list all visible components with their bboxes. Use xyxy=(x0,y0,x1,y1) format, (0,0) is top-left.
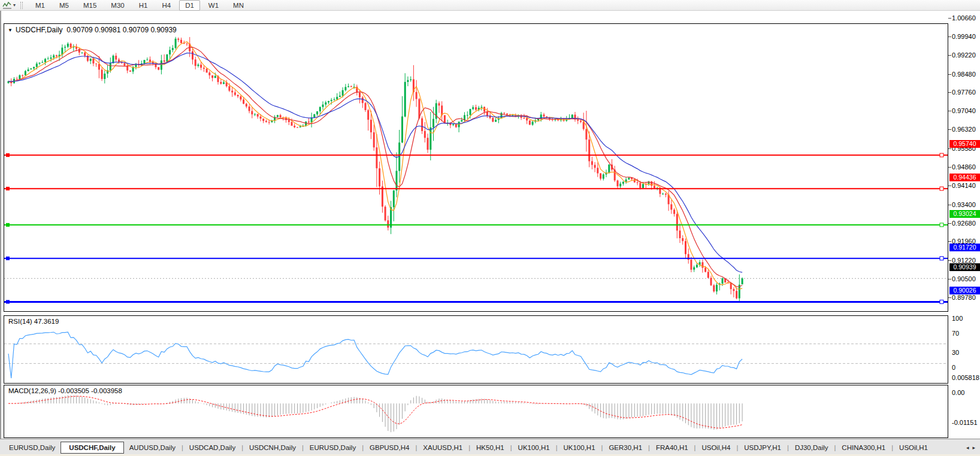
tab-usdcad-daily[interactable]: USDCAD,Daily xyxy=(184,442,241,453)
price-axis-label: 0.99220 xyxy=(952,51,976,59)
chart-tabs: EURUSD,DailyUSDCHF,DailyAUDUSD,Daily|USD… xyxy=(0,439,961,456)
mini-chart-icon[interactable] xyxy=(2,1,13,10)
tab-audusd-daily[interactable]: AUDUSD,Daily xyxy=(124,442,181,453)
tab-xauusd-h1[interactable]: XAUUSD,H1 xyxy=(418,442,468,453)
symbol-period-label: USDCHF,Daily xyxy=(16,26,63,34)
tab-separator: | xyxy=(468,444,470,451)
macd-axis-label: 0.00 xyxy=(952,389,964,397)
timeframe-button-m1[interactable]: M1 xyxy=(29,0,51,11)
price-tick-mark xyxy=(948,92,951,93)
rsi-panel[interactable] xyxy=(4,315,948,384)
tab-separator: | xyxy=(416,444,418,451)
price-axis-label: 0.97040 xyxy=(952,107,976,115)
price-tick-mark xyxy=(948,55,951,56)
tab-usoil-h4[interactable]: USOil,H4 xyxy=(696,442,736,453)
tab-uk100-h1[interactable]: UK100,H1 xyxy=(558,442,601,453)
price-tick-mark xyxy=(948,186,951,186)
chart-tabbar: EURUSD,DailyUSDCHF,DailyAUDUSD,Daily|USD… xyxy=(0,439,980,456)
price-panel[interactable] xyxy=(4,23,948,312)
tab-eurusd-daily[interactable]: EURUSD,Daily xyxy=(4,442,61,453)
tab-separator: | xyxy=(648,444,650,451)
price-axis-label: 0.94140 xyxy=(952,182,976,190)
price-tick-mark xyxy=(948,167,951,168)
price-axis-label: 0.90500 xyxy=(952,275,976,283)
chart-title: ▼USDCHF,Daily 0.90709 0.90981 0.90709 0.… xyxy=(8,26,177,34)
price-axis-label: 1.00660 xyxy=(952,14,976,22)
tab-separator: | xyxy=(510,444,512,451)
timeframe-button-m30[interactable]: M30 xyxy=(105,0,130,11)
toolbar-grip[interactable] xyxy=(20,2,23,9)
price-axis-label: 0.93400 xyxy=(952,201,976,209)
tab-usoil-h1[interactable]: USOil,H1 xyxy=(894,442,933,453)
tab-separator: | xyxy=(182,444,183,451)
tab-dj30-daily[interactable]: DJ30,Daily xyxy=(790,442,834,453)
tab-separator: | xyxy=(891,444,893,451)
tab-scroll-left-icon[interactable]: ◂ xyxy=(966,445,969,451)
price-tick-mark xyxy=(948,129,951,130)
timeframe-button-m15[interactable]: M15 xyxy=(77,0,102,11)
level-price-tag: 0.95740 xyxy=(949,140,980,148)
tab-hk50-h1[interactable]: HK50,H1 xyxy=(471,442,510,453)
price-tick-mark xyxy=(948,148,951,149)
rsi-axis-label: 30 xyxy=(952,349,959,357)
mt4-app: ▾ M1M5M15M30H1H4D1W1MN ▼USDCHF,Daily 0.9… xyxy=(0,0,980,456)
tab-gbpusd-h4[interactable]: GBPUSD,H4 xyxy=(364,442,415,453)
tab-usdchf-daily[interactable]: USDCHF,Daily xyxy=(61,442,123,454)
tab-separator: | xyxy=(302,444,304,451)
timeframe-button-d1[interactable]: D1 xyxy=(179,0,200,11)
timeframe-button-m5[interactable]: M5 xyxy=(53,0,75,11)
tab-china300-h1[interactable]: CHINA300,H1 xyxy=(836,442,891,453)
collapse-caret-icon[interactable]: ▼ xyxy=(8,28,13,33)
level-price-tag: 0.93024 xyxy=(949,210,980,218)
tab-uk100-h1[interactable]: UK100,H1 xyxy=(513,442,555,453)
timeframe-button-h1[interactable]: H1 xyxy=(133,0,154,11)
tab-scroll-arrows: ◂ ▸ xyxy=(961,445,980,451)
level-price-tag: 0.90026 xyxy=(949,287,980,294)
tab-separator: | xyxy=(601,444,603,451)
macd-panel[interactable] xyxy=(4,385,948,438)
tab-separator: | xyxy=(241,444,243,451)
tab-scroll-right-icon[interactable]: ▸ xyxy=(972,445,975,451)
price-tick-mark xyxy=(948,74,951,75)
price-tick-mark xyxy=(948,18,951,19)
chart-window: ▼USDCHF,Daily 0.90709 0.90981 0.90709 0.… xyxy=(0,11,980,439)
macd-label: MACD(12,26,9) -0.003505 -0.003958 xyxy=(8,387,122,394)
timeframe-button-h4[interactable]: H4 xyxy=(156,0,177,11)
price-axis-label: 0.97760 xyxy=(952,89,976,96)
price-axis-label: 0.98480 xyxy=(952,71,976,78)
timeframe-buttons: M1M5M15M30H1H4D1W1MN xyxy=(28,0,251,11)
tab-separator: | xyxy=(694,444,696,451)
rsi-axis-label: 0 xyxy=(952,364,955,372)
rsi-axis-label: 100 xyxy=(952,315,963,323)
price-axis-label: 0.94860 xyxy=(952,163,976,171)
price-tick-mark xyxy=(948,279,951,279)
current-price-tag: 0.90939 xyxy=(949,263,980,271)
price-tick-mark xyxy=(948,260,951,261)
level-price-tag: 0.94436 xyxy=(949,174,980,181)
rsi-axis-label: 70 xyxy=(952,330,959,338)
macd-axis-label: 0.005818 xyxy=(952,374,979,382)
timeframe-button-mn[interactable]: MN xyxy=(227,0,250,11)
tab-ger30-h1[interactable]: GER30,H1 xyxy=(603,442,648,453)
tab-separator: | xyxy=(362,444,364,451)
timeframe-button-w1[interactable]: W1 xyxy=(202,0,225,11)
price-axis-label: 0.99940 xyxy=(952,33,976,41)
price-axis-label: 0.89780 xyxy=(952,294,976,302)
macd-axis-label: -0.01151 xyxy=(952,419,978,427)
tab-separator: | xyxy=(736,444,738,451)
tab-eurusd-daily[interactable]: EURUSD,Daily xyxy=(304,442,361,453)
dropdown-caret-icon[interactable]: ▾ xyxy=(13,2,16,8)
tab-usdjpy-h1[interactable]: USDJPY,H1 xyxy=(739,442,787,453)
tab-separator: | xyxy=(834,444,836,451)
tab-fra40-h1[interactable]: FRA40,H1 xyxy=(651,442,694,453)
tab-separator: | xyxy=(787,444,789,451)
price-tick-mark xyxy=(948,297,951,298)
tab-usdcnh-daily[interactable]: USDCNH,Daily xyxy=(244,442,301,453)
price-tick-mark xyxy=(948,205,951,205)
level-price-tag: 0.91720 xyxy=(949,244,980,251)
price-axis-label: 0.92680 xyxy=(952,220,976,227)
price-tick-mark xyxy=(948,111,951,111)
price-tick-mark xyxy=(948,241,951,242)
price-tick-mark xyxy=(948,223,951,224)
price-axis-label: 0.96320 xyxy=(952,126,976,133)
